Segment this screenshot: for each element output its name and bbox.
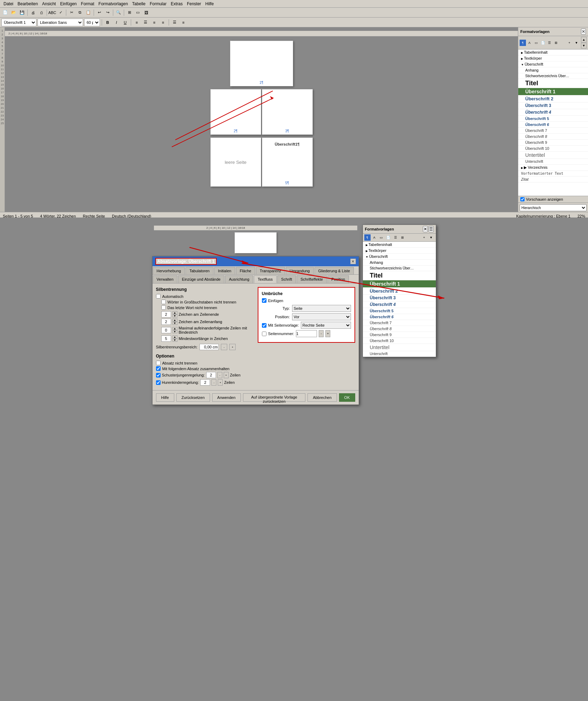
align-center-btn[interactable]: ☰: [142, 19, 149, 26]
zeichen-ende-up[interactable]: ▲: [173, 311, 177, 314]
copy-btn[interactable]: ⧉: [76, 9, 84, 16]
zeichen-ende-input[interactable]: [161, 311, 171, 318]
gross-checkbox[interactable]: [161, 300, 166, 304]
seitennummer-minus[interactable]: -: [319, 330, 324, 337]
silb-area-plus[interactable]: +: [229, 344, 236, 350]
bottom-char-btn[interactable]: A: [371, 234, 378, 241]
style-h4-top[interactable]: Überschrift 4: [518, 109, 588, 116]
bottom-style-h9[interactable]: Überschrift 9: [363, 332, 436, 338]
panel-table-btn[interactable]: ⊞: [553, 40, 559, 46]
italic-btn[interactable]: I: [113, 19, 120, 26]
letztes-checkbox[interactable]: [161, 305, 166, 310]
position-select[interactable]: Vor: [292, 313, 351, 320]
bottom-style-stichwort[interactable]: Stichwortverzeichnis Über…: [363, 266, 436, 271]
menu-datei[interactable]: Datei: [1, 1, 15, 7]
bottom-style-h8[interactable]: Überschrift 8: [363, 326, 436, 332]
bottom-para-btn[interactable]: ¶: [364, 234, 371, 241]
panel-para-btn[interactable]: ¶: [520, 40, 526, 46]
auto-checkbox[interactable]: [156, 294, 161, 299]
find-btn[interactable]: 🔍: [115, 9, 122, 16]
bottom-style-h6[interactable]: Überschrift 6: [363, 314, 436, 320]
underline-btn[interactable]: U: [121, 19, 129, 26]
style-textkoerper[interactable]: Textkörper: [518, 55, 588, 61]
panel-page-btn[interactable]: 📄: [540, 40, 546, 46]
dialog-close-btn[interactable]: ✕: [350, 259, 356, 264]
style-h2-top[interactable]: Überschrift 2: [518, 95, 588, 102]
hurenkinder-checkbox[interactable]: [156, 380, 161, 385]
bottom-styles-list[interactable]: Tabelleninhalt Textkörper Überschrift An…: [363, 242, 436, 357]
bottom-style-tabelleninhalt[interactable]: Tabelleninhalt: [363, 242, 436, 248]
insert-image-btn[interactable]: 🖼: [142, 9, 150, 16]
bottom-panel-close-btn[interactable]: ✕: [423, 226, 428, 232]
seitennummer-input[interactable]: [296, 330, 317, 337]
hilfe-btn[interactable]: Hilfe: [156, 393, 174, 402]
style-tabelleninhalt[interactable]: Tabelleninhalt: [518, 49, 588, 55]
tab-tabulatoren[interactable]: Tabulatoren: [185, 267, 214, 274]
style-preformat-top[interactable]: Vorformatierter Text: [518, 171, 588, 176]
tab-gliederung[interactable]: Gliederung & Liste: [315, 267, 354, 274]
bottom-style-textkoerper[interactable]: Textkörper: [363, 248, 436, 254]
panel-char-btn[interactable]: A: [526, 40, 533, 46]
page-3[interactable]: 3¶: [262, 89, 313, 135]
style-select[interactable]: Überschrift 1: [1, 19, 36, 26]
zuruecksetzen-btn[interactable]: Zurücksetzen: [176, 393, 210, 402]
preview-checkbox-top[interactable]: [520, 197, 525, 201]
number-list-btn[interactable]: ≡: [180, 19, 187, 26]
style-verzeichnis[interactable]: ▶ Verzeichnis: [518, 165, 588, 171]
insert-frame-btn[interactable]: ▭: [134, 9, 142, 16]
doc-area[interactable]: 2 | 4 | 6 | 8 | 10 | 12 | 14 | 16/18 1¶ …: [5, 27, 518, 212]
zeichen-anfang-input[interactable]: [161, 319, 171, 325]
max-zeilen-up[interactable]: ▲: [173, 327, 177, 330]
anwenden-btn[interactable]: Anwenden: [212, 393, 241, 402]
mindest-down[interactable]: ▼: [173, 339, 177, 342]
silb-area-input[interactable]: [200, 344, 219, 350]
menu-bearbeiten[interactable]: Bearbeiten: [15, 1, 40, 7]
bottom-style-h7[interactable]: Überschrift 7: [363, 320, 436, 326]
max-zeilen-input[interactable]: [161, 327, 171, 333]
align-justify-btn[interactable]: ≡: [159, 19, 167, 26]
paste-btn[interactable]: 📋: [85, 9, 92, 16]
bottom-panel-menu-btn[interactable]: ☰: [428, 226, 434, 232]
hurenkinder-minus[interactable]: -: [211, 379, 216, 386]
style-h10-top[interactable]: Überschrift 10: [518, 146, 588, 152]
tab-schrift[interactable]: Schrift: [277, 275, 296, 283]
redo-btn[interactable]: ↪: [104, 9, 111, 16]
tab-schrifteffekte[interactable]: Schrifteffekte: [297, 275, 327, 283]
bottom-style-anhang[interactable]: Anhang: [363, 260, 436, 266]
schuster-plus[interactable]: +: [224, 372, 229, 378]
style-h1-top[interactable]: Überschrift 1: [518, 88, 588, 95]
seitennummer-checkbox[interactable]: [262, 332, 266, 336]
typ-select[interactable]: Seite: [292, 305, 351, 312]
panel-close-btn-top[interactable]: ✕: [581, 28, 586, 35]
absatz-checkbox[interactable]: [156, 361, 161, 365]
bullet-list-btn[interactable]: ☰: [171, 19, 178, 26]
bottom-style-h2[interactable]: Überschrift 2: [363, 288, 436, 295]
menu-hilfe[interactable]: Hilfe: [203, 1, 216, 7]
page-1[interactable]: 1¶: [230, 41, 293, 86]
auf-uebergeordnete-btn[interactable]: Auf übergeordnete Vorlage zurücksetzen: [243, 393, 306, 402]
tab-flaeche[interactable]: Fläche: [236, 267, 255, 274]
panel-extra-top[interactable]: ▲: [581, 37, 587, 42]
panel-frame-btn[interactable]: ▭: [533, 40, 539, 46]
style-h7-top[interactable]: Überschrift 7: [518, 128, 588, 134]
style-h5-top[interactable]: Überschrift 5: [518, 116, 588, 122]
bottom-list-btn[interactable]: ☰: [392, 234, 399, 241]
bottom-frame-btn[interactable]: ▭: [378, 234, 385, 241]
bottom-table-btn[interactable]: ⊞: [399, 234, 406, 241]
style-untertitel-top[interactable]: Untertitel: [518, 152, 588, 159]
bottom-style-h1[interactable]: Überschrift 1: [363, 280, 436, 288]
style-ueberschrift[interactable]: Überschrift: [518, 61, 588, 67]
menu-einfuegen[interactable]: Einfügen: [58, 1, 79, 7]
tab-hervorhebung[interactable]: Hervorhebung: [153, 267, 185, 274]
bold-btn[interactable]: B: [104, 19, 111, 26]
bottom-style-h3[interactable]: Überschrift 3: [363, 295, 436, 301]
bottom-new-style-btn[interactable]: +: [421, 234, 427, 241]
bottom-page-btn[interactable]: 📄: [385, 234, 392, 241]
schuster-minus[interactable]: -: [217, 372, 222, 378]
align-right-btn[interactable]: ≡: [150, 19, 158, 26]
style-zitat-top[interactable]: Zitat: [518, 176, 588, 182]
menu-ansicht[interactable]: Ansicht: [40, 1, 58, 7]
bottom-style-h4[interactable]: Überschrift 4: [363, 301, 436, 308]
seitennummer-plus[interactable]: +: [325, 330, 330, 337]
save-btn[interactable]: 💾: [18, 9, 26, 16]
